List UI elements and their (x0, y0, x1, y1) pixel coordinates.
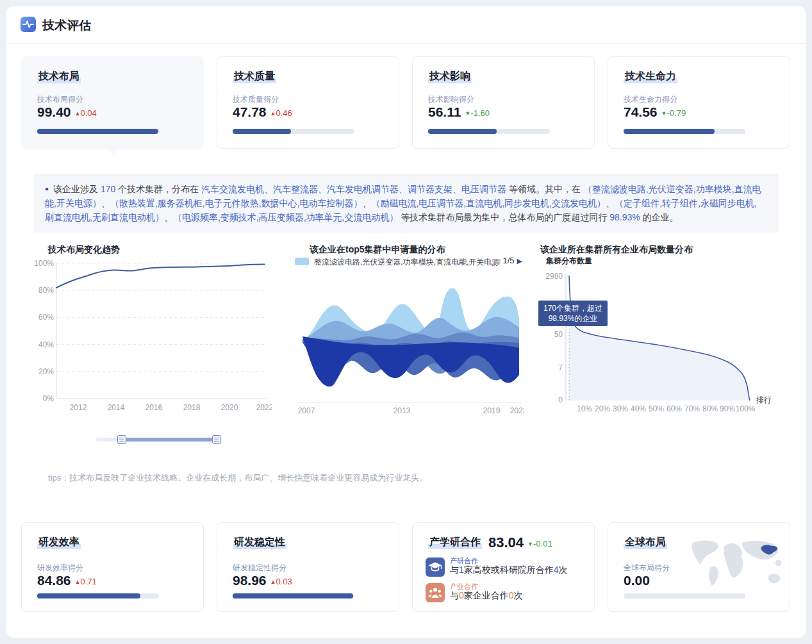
svg-text:2012: 2012 (70, 403, 87, 412)
score-label: 研发稳定性得分 (233, 563, 286, 574)
legend-swatch-icon[interactable] (295, 258, 309, 265)
bullet-icon: ● (45, 185, 49, 192)
svg-text:2014: 2014 (108, 403, 125, 412)
range-slider[interactable] (96, 434, 222, 445)
summary-segment: 该企业涉及 (53, 184, 101, 194)
trend-arrow-icon: ▼ (465, 110, 470, 117)
card-title: 技术生命力 (624, 70, 677, 83)
rank-distribution-chart[interactable]: 2980 50 7 0 10% 20% 30% 40% 50% 60% 70% … (538, 266, 775, 423)
progress-track (37, 129, 159, 134)
score-value: 56.11 (428, 104, 461, 119)
svg-text:20%: 20% (38, 367, 54, 376)
summary-segment: （励磁电流,电压调节器,直流电机,同步发电机,交流发电机） (371, 198, 606, 208)
stream-graph[interactable]: 2007 2013 2019 2022 (294, 279, 524, 417)
progress-track (624, 593, 745, 599)
progress-track (233, 129, 354, 134)
stream-layers[interactable] (302, 288, 519, 387)
card-title: 产学研合作 (428, 536, 482, 549)
page-indicator: 1/5 (502, 256, 514, 265)
progress-track (233, 593, 354, 599)
card-title: 技术质量 (233, 70, 276, 83)
score-label: 全球布局得分 (624, 563, 670, 574)
tech-evaluation-panel: 技术评估 技术布局 技术布局得分 99.40▲0.04 技术质量 技术质量得分 … (6, 6, 806, 638)
stream-x-ticks: 2007 2013 2019 2022 (298, 406, 524, 415)
svg-text:60%: 60% (667, 404, 682, 413)
svg-text:2016: 2016 (145, 403, 163, 412)
legend-label[interactable]: 整流滤波电路,光伏逆变器,功率模块,直流电能,开关电源 (314, 257, 499, 268)
summary-segment: （散热装置,服务器机柜,电子元件散热,数据中心,电动车控制器） (110, 198, 363, 208)
card-title: 技术影响 (428, 70, 472, 83)
trend-series-line[interactable] (56, 265, 265, 288)
progress-track (428, 129, 550, 134)
svg-text:0: 0 (558, 395, 563, 404)
coop-text-part: 家企业合作 (464, 590, 509, 600)
world-map (685, 538, 784, 591)
summary-segment: 、 (362, 198, 371, 208)
card-title: 研发稳定性 (233, 536, 286, 549)
prev-page-icon[interactable]: ◀ (495, 257, 500, 265)
svg-text:70%: 70% (684, 404, 700, 413)
rank-chart-y-label: 集群分布数量 (546, 256, 592, 267)
coop-row-text: 与1家高校或科研院所合作4次 (450, 565, 568, 576)
svg-text:90%: 90% (720, 404, 735, 413)
progress-fill (37, 129, 158, 134)
rank-area-fill[interactable] (569, 276, 750, 400)
rank-x-axis-label: 排行 (756, 395, 772, 404)
trend-line-chart[interactable]: 100% 80% 60% 40% 20% 0% 2012 2014 2016 2… (35, 258, 272, 418)
score-value: 98.96 (233, 573, 267, 588)
card-cooperation[interactable]: 产学研合作 83.04▼-0.01 产研合作 与1家高校或科研院所合作4次 产业… (412, 522, 595, 612)
svg-text:50%: 50% (649, 404, 664, 413)
svg-text:0%: 0% (43, 394, 54, 403)
svg-text:40%: 40% (631, 404, 646, 413)
svg-text:60%: 60% (38, 313, 54, 322)
coop-text-part: 4 (554, 565, 559, 575)
svg-text:2007: 2007 (298, 406, 315, 415)
summary-segment: 等技术集群布局最为集中，总体布局的广度超过同行 (398, 212, 609, 222)
slider-handle-right[interactable] (212, 435, 221, 444)
progress-fill (624, 129, 715, 134)
card-title: 全球布局 (624, 536, 667, 549)
slider-handle-left[interactable] (117, 435, 126, 444)
summary-segment: 的企业。 (640, 212, 679, 222)
svg-text:50: 50 (554, 330, 563, 339)
coop-text-part: 次 (559, 565, 568, 575)
coop-text-part: 1 (459, 565, 464, 575)
summary-segment: 汽车交流发电机、汽车整流器、汽车发电机调节器、调节器支架、电压调节器 (201, 184, 506, 194)
progress-fill (233, 129, 291, 134)
trend-grid (56, 263, 267, 372)
rank-x-ticks: 10% 20% 30% 40% 50% 60% 70% 80% 90% 100% (577, 404, 756, 413)
card-rd-stability[interactable]: 研发稳定性 研发稳定性得分 98.96▲0.03 (217, 522, 399, 612)
score-value: 99.40 (37, 104, 71, 119)
svg-text:100%: 100% (35, 259, 54, 268)
card-title: 研发效率 (37, 536, 81, 549)
coop-row-text: 与0家企业合作0次 (450, 590, 523, 602)
trend-chart-title: 技术布局变化趋势 (48, 244, 120, 256)
card-tech-quality[interactable]: 技术质量 技术质量得分 47.78▲0.46 (217, 56, 399, 149)
progress-fill (233, 593, 353, 599)
industry-cooperation-row: 产业合作 与0家企业合作0次 (426, 582, 586, 604)
next-page-icon[interactable]: ▶ (517, 257, 522, 265)
card-tech-vitality[interactable]: 技术生命力 技术生命力得分 74.56▼-0.79 (608, 56, 790, 149)
slider-selected-range[interactable] (122, 438, 217, 442)
svg-text:20%: 20% (595, 404, 610, 413)
svg-text:40%: 40% (38, 340, 54, 349)
summary-segment: 等领域。其中，在 (506, 184, 583, 194)
rank-annotation-tooltip: 170个集群，超过 98.93%的企业 (538, 301, 608, 326)
academia-cooperation-row: 产研合作 与1家高校或科研院所合作4次 (426, 556, 586, 578)
card-global-layout[interactable]: 全球布局 全球布局得分 0.00 (608, 522, 790, 612)
card-title: 技术布局 (37, 70, 81, 83)
score-row: 99.40▲0.04 (37, 104, 97, 120)
stream-chart-title: 该企业在top5集群中申请量的分布 (310, 244, 445, 256)
card-tech-impact[interactable]: 技术影响 技术影响得分 56.11▼-1.60 (412, 56, 595, 149)
summary-text: 该企业涉及 170 个技术集群，分布在 汽车交流发电机、汽车整流器、汽车发电机调… (45, 184, 761, 222)
industry-people-icon (426, 583, 445, 602)
score-delta: ▲0.04 (71, 108, 97, 119)
card-rd-efficiency[interactable]: 研发效率 研发效率得分 84.86▲0.71 (21, 522, 204, 612)
score-value: 74.56 (624, 104, 658, 119)
card-tech-layout[interactable]: 技术布局 技术布局得分 99.40▲0.04 (21, 56, 204, 149)
progress-fill (428, 129, 497, 134)
trend-x-ticks: 2012 2014 2016 2018 2020 2022 (70, 403, 272, 412)
pulse-wave-icon (21, 17, 36, 32)
coop-text-part: 与 (450, 590, 459, 600)
score-row: 56.11▼-1.60 (428, 104, 490, 120)
